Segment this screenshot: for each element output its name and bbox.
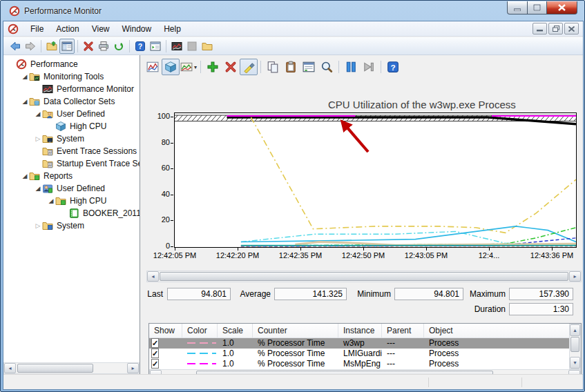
tree-item-booker-201110[interactable]: BOOKER_201110 bbox=[3, 207, 140, 219]
scroll-left-button[interactable]: ◂ bbox=[147, 271, 159, 282]
copy-properties-button[interactable] bbox=[264, 59, 282, 75]
tree-item-label: User Defined bbox=[57, 184, 105, 193]
scroll-up-button[interactable]: ▴ bbox=[570, 324, 580, 336]
column-header-color[interactable]: Color bbox=[182, 324, 218, 338]
scrollbar-track[interactable] bbox=[570, 336, 580, 357]
blank-icon bbox=[186, 41, 198, 52]
tree-item-reports[interactable]: ◢Reports bbox=[3, 170, 140, 182]
dropdown-arrow-icon[interactable]: ▾ bbox=[194, 64, 197, 70]
expander-icon[interactable]: ◢ bbox=[21, 73, 29, 80]
expander-icon[interactable]: ▷ bbox=[34, 135, 42, 142]
tree-item-data-collector-sets[interactable]: ◢Data Collector Sets bbox=[3, 95, 140, 108]
delete-button[interactable] bbox=[81, 39, 96, 54]
show-checkbox[interactable]: ✓ bbox=[151, 349, 159, 358]
tree-item-high-cpu[interactable]: ◢High CPU bbox=[3, 195, 140, 207]
console-tree-button[interactable] bbox=[59, 39, 75, 54]
show-checkbox[interactable]: ✓ bbox=[151, 338, 159, 348]
tree-item-monitoring-tools[interactable]: ◢Monitoring Tools bbox=[3, 70, 140, 83]
expander-icon[interactable]: ◢ bbox=[34, 110, 42, 117]
x-axis-label: 12:42:50 PM bbox=[334, 251, 393, 259]
print-button[interactable] bbox=[96, 39, 111, 54]
export-folder-button[interactable] bbox=[44, 39, 59, 54]
column-header-parent[interactable]: Parent bbox=[382, 324, 424, 338]
back-arrow-button[interactable] bbox=[8, 39, 23, 54]
expander-icon[interactable]: ◢ bbox=[21, 98, 29, 105]
maximize-button[interactable] bbox=[528, 1, 547, 14]
freeze-display-button[interactable] bbox=[342, 59, 360, 75]
add-counter-button[interactable] bbox=[204, 59, 222, 75]
menu-item-action[interactable]: Action bbox=[50, 22, 85, 36]
tree-horizontal-scrollbar[interactable]: ◂ ▸ bbox=[3, 362, 140, 374]
zoom-button[interactable] bbox=[318, 59, 336, 75]
minimize-button[interactable] bbox=[507, 1, 528, 14]
tree-item-system[interactable]: ▷System bbox=[3, 219, 140, 232]
view-current-activity-button[interactable] bbox=[144, 59, 162, 75]
paste-counter-list-button[interactable] bbox=[282, 59, 300, 75]
column-header-scale[interactable]: Scale bbox=[218, 324, 253, 338]
scrollbar-track[interactable] bbox=[16, 363, 127, 373]
tree-item-user-defined[interactable]: ◢User Defined bbox=[3, 182, 140, 195]
tree-item-system[interactable]: ▷System bbox=[3, 133, 140, 145]
menu-item-help[interactable]: Help bbox=[157, 22, 187, 36]
counter-row-lmiguardi-[interactable]: ✓1.0% Processor TimeLMIGuardi...---Proce… bbox=[149, 349, 581, 359]
scroll-down-button[interactable]: ▾ bbox=[570, 357, 580, 369]
close-button[interactable] bbox=[547, 1, 577, 14]
tree-item-user-defined[interactable]: ◢User Defined bbox=[3, 108, 140, 120]
column-header-object[interactable]: Object bbox=[424, 324, 570, 338]
counter-row-msmpeng[interactable]: ✓1.0% Processor TimeMsMpEng---Process bbox=[149, 359, 581, 369]
expander-icon[interactable]: ◢ bbox=[34, 185, 42, 192]
scrollbar-thumb[interactable] bbox=[160, 272, 568, 281]
expander-icon[interactable]: ▷ bbox=[34, 222, 42, 229]
blank-button[interactable] bbox=[184, 39, 200, 54]
folder-monitor-icon bbox=[42, 133, 54, 144]
mdi-restore-button[interactable] bbox=[548, 23, 563, 35]
forward-arrow-button[interactable] bbox=[23, 39, 38, 54]
tree-item-high-cpu[interactable]: High CPU bbox=[3, 120, 140, 133]
scrollbar-track[interactable] bbox=[159, 271, 569, 282]
expander-icon[interactable]: ◢ bbox=[21, 173, 29, 179]
svg-text:?: ? bbox=[138, 42, 142, 50]
column-header-instance[interactable]: Instance bbox=[338, 324, 382, 338]
title-bar[interactable]: Performance Monitor bbox=[3, 1, 582, 21]
mdi-minimize-button[interactable] bbox=[533, 23, 547, 35]
help-button[interactable]: ? bbox=[133, 39, 148, 54]
tree-item-event-trace-sessions[interactable]: 1001Event Trace Sessions bbox=[3, 145, 140, 157]
tree-item-performance-monitor[interactable]: Performance Monitor bbox=[3, 83, 140, 95]
perf-chart-button[interactable] bbox=[169, 39, 184, 54]
time-range-scrollbar[interactable]: ◂ ▸ bbox=[146, 271, 582, 282]
view-log-data-button[interactable] bbox=[162, 59, 180, 75]
highlight-button[interactable] bbox=[240, 59, 258, 75]
scrollbar-thumb[interactable] bbox=[17, 364, 93, 373]
properties-button[interactable] bbox=[300, 59, 318, 75]
table-header-row[interactable]: ShowColorScaleCounterInstanceParentObjec… bbox=[149, 324, 581, 338]
help-button[interactable]: ? bbox=[384, 59, 402, 75]
expander-icon[interactable]: ◢ bbox=[47, 197, 55, 204]
tree-item-startup-event-trace-ses[interactable]: 1001Startup Event Trace Ses bbox=[3, 157, 140, 170]
table-vertical-scrollbar[interactable]: ▴ ▾ bbox=[569, 324, 581, 369]
scroll-right-button[interactable]: ▸ bbox=[569, 271, 581, 282]
chart-toolbar: ▾? bbox=[144, 57, 402, 77]
counter-cell: % Processor Time bbox=[253, 338, 338, 349]
scroll-right-button[interactable]: ▸ bbox=[127, 363, 139, 373]
column-header-counter[interactable]: Counter bbox=[253, 324, 338, 338]
delete-counter-button[interactable] bbox=[222, 59, 240, 75]
new-window-button[interactable] bbox=[148, 39, 163, 54]
performance-chart[interactable] bbox=[174, 112, 577, 248]
update-data-button[interactable] bbox=[360, 59, 378, 75]
column-header-show[interactable]: Show bbox=[149, 324, 182, 338]
scrollbar-thumb[interactable] bbox=[570, 337, 579, 352]
show-checkbox[interactable]: ✓ bbox=[151, 359, 159, 369]
y-axis-tick bbox=[171, 168, 173, 169]
counter-row-w3wp[interactable]: ✓1.0% Processor Timew3wp---Process bbox=[149, 338, 581, 349]
mdi-close-button[interactable] bbox=[564, 23, 579, 35]
series-idle-gold bbox=[251, 117, 576, 233]
menu-item-window[interactable]: Window bbox=[116, 22, 158, 36]
refresh-button[interactable] bbox=[111, 39, 126, 54]
menu-item-file[interactable]: File bbox=[24, 22, 50, 36]
folder-plain-button[interactable] bbox=[200, 39, 215, 54]
perfmon-logo-icon bbox=[16, 59, 28, 70]
change-graph-type-button[interactable]: ▾ bbox=[180, 59, 198, 75]
tree-item-performance[interactable]: Performance bbox=[3, 58, 140, 70]
scroll-left-button[interactable]: ◂ bbox=[4, 363, 16, 373]
menu-item-view[interactable]: View bbox=[86, 22, 116, 36]
